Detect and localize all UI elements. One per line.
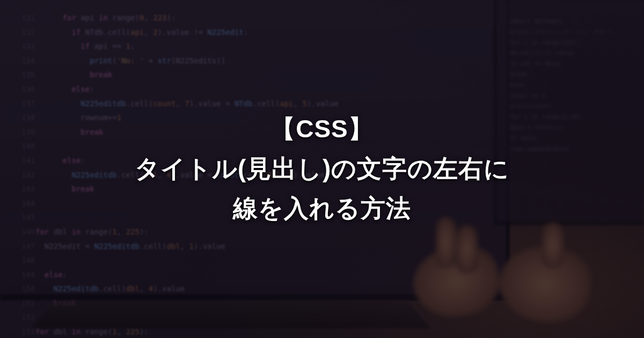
title-line-1: 【CSS】 [270, 113, 373, 146]
title-container: 【CSS】 タイトル(見出し)の文字の左右に 線を入れる方法 [0, 0, 644, 338]
title-line-2: タイトル(見出し)の文字の左右に [135, 152, 509, 186]
title-line-3: 線を入れる方法 [233, 192, 411, 225]
